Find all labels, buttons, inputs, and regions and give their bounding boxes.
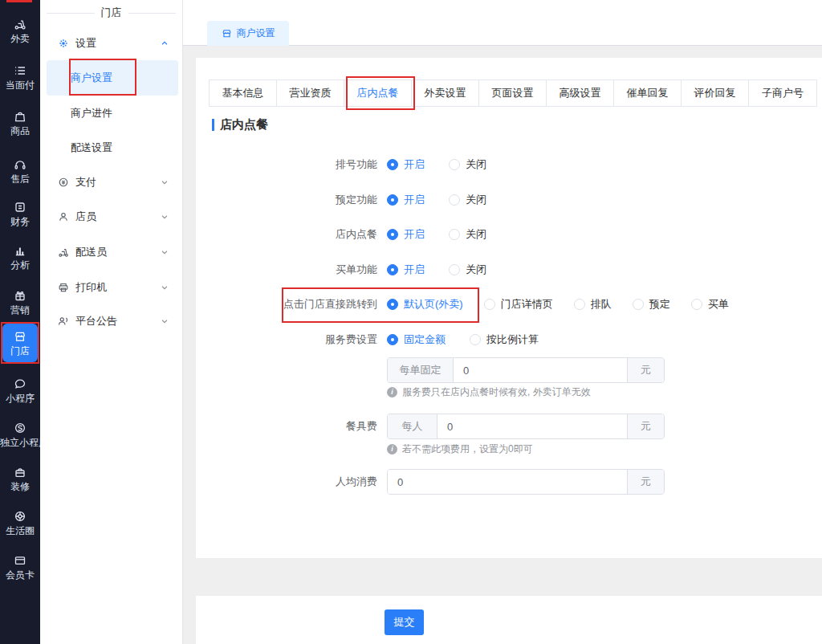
sidebar-group-courier[interactable]: 配送员 bbox=[40, 244, 183, 260]
tab-business-license[interactable]: 营业资质 bbox=[277, 80, 344, 106]
facepay-icon bbox=[14, 64, 26, 77]
pay-icon bbox=[58, 177, 69, 188]
submit-button[interactable]: 提交 bbox=[385, 609, 424, 635]
radio-option-queue[interactable]: 排队 bbox=[574, 297, 612, 312]
fixed-fee-input[interactable] bbox=[454, 358, 627, 382]
page-tab-merchant-settings[interactable]: 商户设置 bbox=[207, 21, 289, 46]
finance-icon bbox=[14, 201, 26, 214]
courier-icon bbox=[58, 247, 69, 258]
input-append-unit: 元 bbox=[627, 414, 664, 438]
tableware-fee-hint: 若不需此项费用，设置为0即可 bbox=[387, 442, 533, 456]
tab-takeout-settings[interactable]: 外卖设置 bbox=[412, 80, 479, 106]
radio-label: 关闭 bbox=[466, 227, 486, 242]
rail-item-life-circle[interactable]: 生活圈 bbox=[0, 510, 40, 536]
radio-label: 开启 bbox=[404, 193, 425, 207]
rail-item-facepay[interactable]: 当面付 bbox=[0, 64, 40, 91]
sidebar-group-platform-announcement[interactable]: 平台公告 bbox=[40, 313, 183, 329]
radio-option-off[interactable]: 关闭 bbox=[449, 227, 486, 242]
sidebar-group-settings[interactable]: 设置 bbox=[40, 35, 183, 51]
input-prepend-label: 每单固定 bbox=[388, 358, 454, 382]
radio-option-on[interactable]: 开启 bbox=[387, 263, 425, 277]
radio-option-off[interactable]: 关闭 bbox=[449, 263, 486, 277]
radio-option-store-detail[interactable]: 门店详情页 bbox=[484, 297, 553, 312]
tab-in-store-ordering[interactable]: 店内点餐 bbox=[344, 80, 412, 106]
rail-item-label: 当面付 bbox=[6, 79, 35, 91]
miniprogram-icon bbox=[14, 377, 26, 390]
marketing-icon bbox=[14, 289, 26, 302]
tab-sub-merchant-id[interactable]: 子商户号 bbox=[749, 80, 816, 106]
app-rail: 外卖 当面付 商品 售后 财务 分析 营销 门店 bbox=[0, 0, 40, 644]
field-label: 排号功能 bbox=[196, 157, 377, 172]
sidebar-item-merchant-settings[interactable]: 商户设置 bbox=[40, 70, 183, 86]
fixed-fee-input-group: 每单固定 元 bbox=[387, 357, 665, 383]
chevron-down-icon bbox=[161, 213, 169, 221]
radio-option-on[interactable]: 开启 bbox=[387, 193, 425, 207]
radio-label: 按比例计算 bbox=[486, 332, 539, 347]
hint-text: 服务费只在店内点餐时候有效, 外卖订单无效 bbox=[402, 385, 591, 399]
field-label: 餐具费 bbox=[196, 419, 377, 434]
standalone-miniprogram-icon bbox=[14, 422, 26, 434]
divider bbox=[47, 13, 95, 14]
chevron-down-icon bbox=[161, 317, 169, 325]
rail-item-delivery[interactable]: 外卖 bbox=[0, 18, 40, 44]
sidebar-item-label: 商户进件 bbox=[71, 106, 112, 120]
sidebar-item-merchant-onboarding[interactable]: 商户进件 bbox=[40, 105, 183, 121]
tab-advanced-settings[interactable]: 高级设置 bbox=[547, 80, 614, 106]
radio-icon bbox=[470, 334, 481, 345]
input-append-unit: 元 bbox=[627, 358, 664, 382]
tableware-fee-input[interactable] bbox=[437, 414, 627, 438]
radio-group: 开启 关闭 bbox=[387, 263, 511, 277]
radio-group: 固定金额 按比例计算 bbox=[387, 332, 563, 347]
radio-option-default-page[interactable]: 默认页(外卖) bbox=[387, 297, 463, 312]
rail-item-finance[interactable]: 财务 bbox=[0, 201, 40, 227]
radio-group: 开启 关闭 bbox=[387, 227, 511, 242]
radio-label: 开启 bbox=[404, 157, 425, 172]
rail-item-standalone-miniprogram[interactable]: 独立小程序 bbox=[0, 422, 40, 448]
rail-item-goods[interactable]: 商品 bbox=[0, 110, 40, 137]
rail-item-decoration[interactable]: 装修 bbox=[0, 466, 40, 492]
sidebar-group-payment[interactable]: 支付 bbox=[40, 174, 183, 190]
sidebar-group-printer[interactable]: 打印机 bbox=[40, 279, 183, 296]
radio-option-on[interactable]: 开启 bbox=[387, 227, 425, 242]
radio-icon bbox=[387, 334, 398, 345]
radio-icon bbox=[691, 299, 702, 310]
store-icon bbox=[14, 330, 26, 343]
sidebar-item-label: 商户设置 bbox=[71, 71, 112, 85]
rail-item-marketing[interactable]: 营销 bbox=[0, 289, 40, 316]
sidebar-group-label: 店员 bbox=[75, 210, 96, 224]
rail-item-label: 会员卡 bbox=[6, 569, 35, 581]
rail-item-member-card[interactable]: 会员卡 bbox=[0, 554, 40, 581]
rail-item-label: 小程序 bbox=[6, 393, 35, 404]
tab-review-reply[interactable]: 评价回复 bbox=[682, 80, 749, 106]
life-circle-icon bbox=[14, 510, 26, 523]
rail-item-label: 外卖 bbox=[10, 33, 30, 44]
radio-option-pay[interactable]: 买单 bbox=[691, 297, 729, 312]
tab-reminder-reply[interactable]: 催单回复 bbox=[614, 80, 682, 106]
radio-option-percentage[interactable]: 按比例计算 bbox=[470, 332, 539, 347]
sidebar-group-staff[interactable]: 店员 bbox=[40, 209, 183, 225]
radio-option-fixed-amount[interactable]: 固定金额 bbox=[387, 332, 446, 347]
rail-item-miniprogram[interactable]: 小程序 bbox=[0, 377, 40, 404]
radio-icon bbox=[387, 229, 398, 240]
tab-basic-info[interactable]: 基本信息 bbox=[210, 80, 277, 106]
announcement-icon bbox=[58, 316, 69, 327]
rail-item-aftersale[interactable]: 售后 bbox=[0, 158, 40, 185]
radio-option-reserve[interactable]: 预定 bbox=[633, 297, 670, 312]
info-icon bbox=[387, 387, 397, 397]
tab-page-settings[interactable]: 页面设置 bbox=[479, 80, 547, 106]
radio-option-off[interactable]: 关闭 bbox=[449, 193, 486, 207]
per-capita-input-group: 元 bbox=[387, 469, 665, 495]
radio-label: 开启 bbox=[404, 227, 425, 242]
sidebar-item-delivery-settings[interactable]: 配送设置 bbox=[40, 140, 183, 156]
field-label: 买单功能 bbox=[196, 263, 377, 277]
radio-option-off[interactable]: 关闭 bbox=[449, 157, 486, 172]
rail-item-store[interactable]: 门店 bbox=[2, 324, 38, 362]
radio-option-on[interactable]: 开启 bbox=[387, 157, 425, 172]
analysis-icon bbox=[14, 244, 26, 257]
rail-item-analysis[interactable]: 分析 bbox=[0, 244, 40, 271]
rail-item-label: 独立小程序 bbox=[0, 437, 40, 448]
per-capita-input[interactable] bbox=[388, 470, 627, 494]
radio-icon bbox=[387, 299, 398, 310]
rail-item-label: 商品 bbox=[10, 125, 30, 137]
divider bbox=[128, 13, 177, 14]
